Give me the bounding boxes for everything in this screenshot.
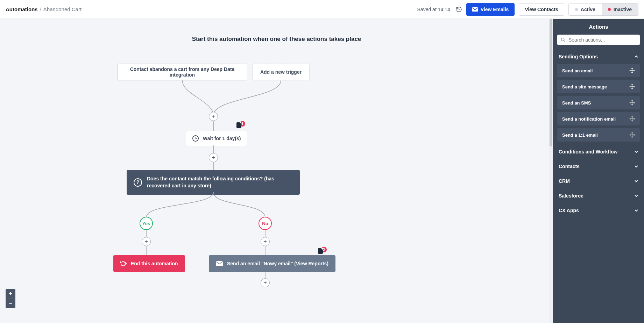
dot-icon <box>608 8 611 11</box>
breadcrumb-root[interactable]: Automations <box>6 6 38 12</box>
toggle-inactive[interactable]: Inactive <box>602 3 638 15</box>
svg-rect-0 <box>472 7 478 12</box>
breadcrumb-separator: / <box>40 6 41 12</box>
dot-icon <box>575 8 578 11</box>
toggle-active[interactable]: Active <box>569 3 602 15</box>
status-toggle: Active Inactive <box>568 3 638 16</box>
view-contacts-button[interactable]: View Contacts <box>519 3 564 16</box>
history-icon[interactable] <box>456 6 462 13</box>
view-emails-button[interactable]: View Emails <box>466 3 515 16</box>
breadcrumb: Automations / Abandoned Cart <box>6 6 82 12</box>
mail-icon <box>472 7 478 12</box>
header: Automations / Abandoned Cart Saved at 14… <box>0 0 644 19</box>
view-emails-label: View Emails <box>481 7 509 12</box>
active-label: Active <box>581 7 595 12</box>
header-actions: Saved at 14:14 View Emails View Contacts… <box>417 3 638 16</box>
inactive-label: Inactive <box>614 7 632 12</box>
saved-label: Saved at 14:14 <box>417 7 450 12</box>
breadcrumb-leaf: Abandoned Cart <box>43 6 82 12</box>
